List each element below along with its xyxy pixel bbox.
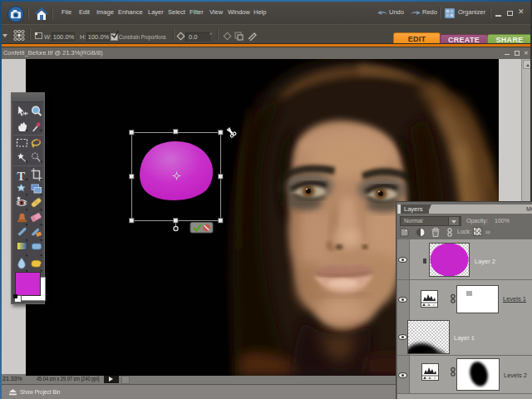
svg-text:T: T xyxy=(17,170,26,183)
